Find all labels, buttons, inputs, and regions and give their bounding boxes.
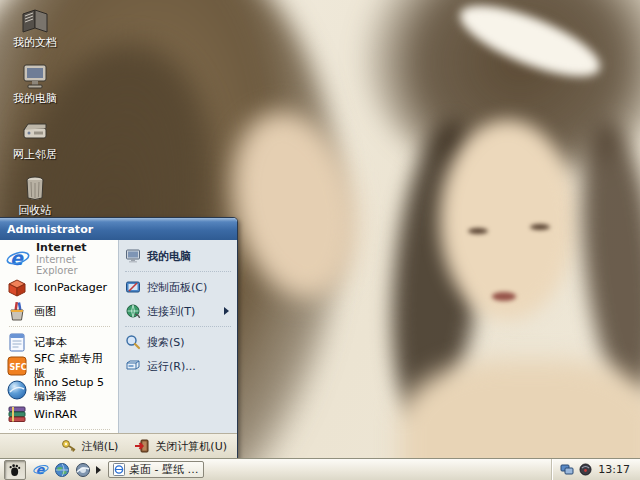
start-menu-header: Administrator: [0, 218, 237, 240]
log-off-label: 注销(L): [82, 439, 119, 454]
desktop-icon-label: 回收站: [19, 205, 52, 217]
media-player-quicklaunch-icon[interactable]: [75, 462, 91, 478]
run-icon: [125, 358, 141, 374]
desktop-icon-my-computer[interactable]: 我的电脑: [6, 62, 64, 105]
menu-item-internet[interactable]: e Internet Internet Explorer: [3, 243, 116, 275]
menu-item-iconpackager[interactable]: IconPackager: [3, 275, 116, 299]
internet-explorer-icon: e: [6, 247, 30, 271]
wallpaper-shape: [440, 120, 575, 320]
menu-separator: [9, 429, 110, 430]
iconpackager-icon: [6, 276, 28, 298]
inno-setup-icon: [6, 379, 28, 401]
desktop-icon-my-documents[interactable]: 我的文档: [6, 6, 64, 49]
network-places-icon: [20, 118, 50, 146]
turn-off-icon: [134, 438, 150, 454]
menu-item-internet-text: Internet Internet Explorer: [36, 242, 113, 276]
taskbar-window-button[interactable]: 桌面 - 壁纸 - 桌酷...: [108, 461, 204, 478]
start-menu-left-column: e Internet Internet Explorer IconPackage…: [0, 240, 118, 433]
svg-text:SFC: SFC: [10, 363, 27, 372]
desktop-icon-label: 网上邻居: [13, 149, 57, 161]
svg-text:e: e: [36, 462, 46, 477]
menu-separator: [125, 326, 231, 327]
start-menu-body: e Internet Internet Explorer IconPackage…: [0, 240, 237, 433]
foot-logo-icon: [8, 463, 22, 477]
turn-off-computer-button[interactable]: 关闭计算机(U): [134, 438, 227, 454]
menu-item-subtitle: Internet Explorer: [36, 254, 113, 276]
desktop-icon-network-places[interactable]: 网上邻居: [6, 118, 64, 161]
recycle-bin-icon: [20, 174, 50, 202]
menu-item-label: 记事本: [34, 335, 67, 350]
menu-item-label: 控制面板(C): [147, 280, 207, 295]
menu-item-label: 运行(R)...: [147, 359, 196, 374]
utility-tray-icon[interactable]: [579, 463, 593, 477]
wallpaper-shape: [468, 228, 488, 234]
desktop-icon-label: 我的电脑: [13, 93, 57, 105]
submenu-arrow-icon: [224, 307, 229, 315]
network-tray-icon[interactable]: [560, 463, 574, 477]
menu-item-control-panel[interactable]: 控制面板(C): [121, 275, 235, 299]
log-off-icon: [61, 438, 77, 454]
menu-item-paint[interactable]: 画图: [3, 299, 116, 323]
menu-item-label: IconPackager: [34, 281, 107, 294]
desktop-screen: 我的文档 我的电脑 网上邻居 回收站 Administrator: [0, 0, 640, 480]
menu-item-connect-to[interactable]: 连接到(T): [121, 299, 235, 323]
menu-item-label: 连接到(T): [147, 304, 195, 319]
start-menu: Administrator e Internet Internet Explor…: [0, 217, 238, 459]
menu-item-search[interactable]: 搜索(S): [121, 330, 235, 354]
desktop-icon-label: 我的文档: [13, 37, 57, 49]
svg-text:e: e: [10, 247, 24, 269]
desktop-icon-recycle-bin[interactable]: 回收站: [6, 174, 64, 217]
search-icon: [125, 334, 141, 350]
start-button[interactable]: [4, 460, 26, 480]
internet-explorer-quicklaunch-icon[interactable]: e: [33, 462, 49, 478]
menu-item-label: Inno Setup 5 编译器: [34, 376, 113, 404]
winrar-icon: [6, 403, 28, 425]
turn-off-label: 关闭计算机(U): [155, 439, 227, 454]
menu-item-winrar[interactable]: WinRAR: [3, 402, 116, 426]
taskbar-window-label: 桌面 - 壁纸 - 桌酷...: [129, 462, 199, 477]
quick-launch-bar: e: [30, 462, 104, 478]
menu-item-run[interactable]: 运行(R)...: [121, 354, 235, 378]
log-off-button[interactable]: 注销(L): [61, 438, 119, 454]
my-documents-icon: [20, 6, 50, 34]
ie-page-icon: [113, 463, 125, 476]
wallpaper-shape: [530, 224, 550, 230]
menu-separator: [125, 271, 231, 272]
menu-item-label: 画图: [34, 304, 56, 319]
taskbar: e 桌面 - 壁纸 - 桌酷... 13:17: [0, 458, 640, 480]
system-tray: 13:17: [551, 459, 636, 480]
menu-item-title: Internet: [36, 242, 113, 254]
wallpaper-shape: [492, 292, 516, 301]
menu-item-sfc[interactable]: SFC SFC 桌酷专用版: [3, 354, 116, 378]
desktop-icon-list: 我的文档 我的电脑 网上邻居 回收站: [6, 6, 64, 230]
menu-item-label: 我的电脑: [147, 249, 191, 264]
menu-item-my-computer[interactable]: 我的电脑: [121, 244, 235, 268]
start-menu-footer: 注销(L) 关闭计算机(U): [0, 433, 237, 458]
globe-quicklaunch-icon[interactable]: [54, 462, 70, 478]
menu-item-label: 搜索(S): [147, 335, 185, 350]
connect-to-icon: [125, 303, 141, 319]
notepad-icon: [6, 331, 28, 353]
sfc-icon: SFC: [6, 355, 28, 377]
my-computer-icon: [125, 248, 141, 264]
my-computer-icon: [20, 62, 50, 90]
menu-separator: [9, 326, 110, 327]
menu-item-label: WinRAR: [34, 408, 77, 421]
paint-icon: [6, 300, 28, 322]
user-name: Administrator: [7, 223, 93, 236]
start-menu-right-column: 我的电脑 控制面板(C) 连接到(T): [118, 240, 237, 433]
control-panel-icon: [125, 279, 141, 295]
taskbar-clock[interactable]: 13:17: [598, 463, 632, 476]
quick-launch-expand-icon[interactable]: [96, 466, 101, 474]
menu-item-inno-setup[interactable]: Inno Setup 5 编译器: [3, 378, 116, 402]
